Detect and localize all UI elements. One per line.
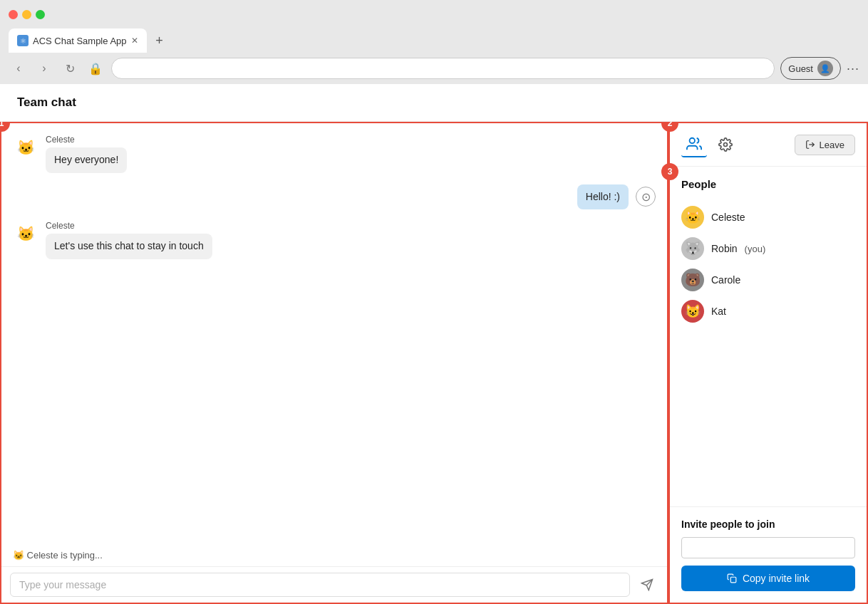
chat-input-area — [1, 566, 667, 603]
person-row-celeste: 🐱 Celeste — [681, 202, 855, 233]
chat-area: 1 🐱 Celeste Hey everyone! Hello! :) ⊙ — [0, 122, 668, 604]
address-bar[interactable] — [111, 58, 775, 79]
avatar-kat: 😺 — [681, 300, 704, 323]
guest-avatar: 👤 — [817, 61, 833, 76]
message-sender-2: Celeste — [46, 221, 212, 231]
person-row-carole: 🐻 Carole — [681, 264, 855, 296]
avatar-2: 🐱 — [13, 221, 38, 246]
page-title: Team chat — [17, 95, 851, 110]
right-panel: 2 3 — [668, 122, 868, 604]
message-row-sent: Hello! :) ⊙ — [13, 184, 656, 210]
close-window-btn[interactable] — [9, 10, 18, 19]
avatar-carole: 🐻 — [681, 269, 704, 291]
message-row: 🐱 Celeste Hey everyone! — [13, 135, 656, 173]
browser-more-btn[interactable]: ··· — [847, 61, 859, 76]
message-options-btn[interactable]: ⊙ — [636, 187, 656, 207]
person-name-robin: Robin — [711, 243, 738, 254]
invite-section: Invite people to join Copy invite link — [670, 506, 867, 603]
traffic-lights — [9, 10, 45, 19]
maximize-window-btn[interactable] — [36, 10, 45, 19]
person-name-carole: Carole — [711, 274, 740, 286]
copy-invite-btn[interactable]: Copy invite link — [681, 566, 855, 591]
panel-toolbar: Leave — [670, 123, 867, 167]
message-input[interactable] — [10, 573, 630, 597]
leave-label: Leave — [820, 140, 844, 150]
message-bubble-2: Let's use this chat to stay in touch — [46, 234, 212, 259]
avatar: 🐱 — [13, 135, 38, 160]
lock-icon: 🔒 — [86, 58, 105, 78]
people-section: People 🐱 Celeste 🐺 Robin (you) 🐻 Carole — [670, 167, 867, 506]
avatar-celeste: 🐱 — [681, 206, 704, 229]
svg-point-3 — [724, 143, 728, 147]
browser-tab[interactable]: ⚛ ACS Chat Sample App ✕ — [9, 28, 147, 53]
minimize-window-btn[interactable] — [22, 10, 31, 19]
badge-3: 3 — [661, 163, 678, 180]
copy-btn-label: Copy invite link — [743, 573, 810, 584]
invite-title: Invite people to join — [681, 519, 855, 530]
tab-favicon-icon: ⚛ — [17, 35, 29, 46]
avatar-robin: 🐺 — [681, 237, 704, 260]
person-name-celeste: Celeste — [711, 212, 745, 223]
people-tab-btn[interactable] — [681, 132, 707, 157]
invite-input[interactable] — [681, 537, 855, 558]
message-content: Celeste Hey everyone! — [46, 135, 127, 173]
person-row-kat: 😺 Kat — [681, 296, 855, 327]
typing-indicator: 🐱 Celeste is typing... — [1, 544, 667, 566]
tab-close-btn[interactable]: ✕ — [131, 36, 138, 46]
chat-messages: 🐱 Celeste Hey everyone! Hello! :) ⊙ 🐱 Ce… — [1, 123, 667, 544]
back-btn[interactable]: ‹ — [9, 58, 29, 78]
reload-btn[interactable]: ↻ — [60, 58, 80, 78]
tab-title: ACS Chat Sample App — [33, 36, 127, 46]
guest-label: Guest — [788, 63, 813, 74]
person-row-robin: 🐺 Robin (you) — [681, 233, 855, 264]
new-tab-btn[interactable]: + — [150, 31, 170, 51]
app-header: Team chat — [0, 84, 868, 122]
settings-btn[interactable] — [713, 132, 738, 157]
person-you-label: (you) — [745, 244, 766, 254]
message-bubble: Hey everyone! — [46, 147, 127, 173]
message-row-2: 🐱 Celeste Let's use this chat to stay in… — [13, 221, 656, 259]
svg-rect-5 — [730, 577, 736, 583]
message-bubble-sent: Hello! :) — [577, 184, 629, 210]
forward-btn[interactable]: › — [34, 58, 54, 78]
message-sender: Celeste — [46, 135, 127, 145]
person-name-kat: Kat — [711, 306, 726, 317]
guest-btn[interactable]: Guest 👤 — [780, 57, 841, 80]
message-content-2: Celeste Let's use this chat to stay in t… — [46, 221, 212, 259]
send-btn[interactable] — [636, 573, 658, 596]
leave-btn[interactable]: Leave — [795, 135, 855, 155]
people-title: People — [681, 178, 855, 190]
svg-point-2 — [690, 138, 695, 143]
